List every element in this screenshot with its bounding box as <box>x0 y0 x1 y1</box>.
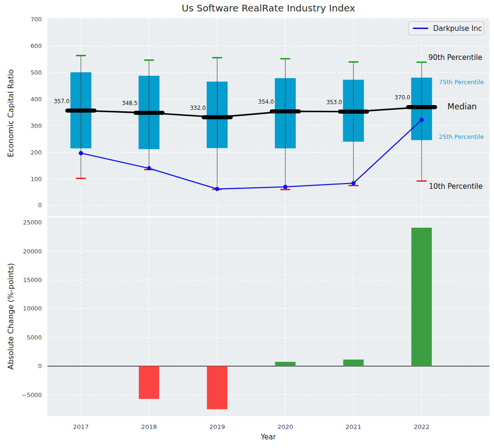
legend-label: Darkpulse Inc <box>433 24 482 33</box>
x-tick-label: 2022 <box>414 423 429 430</box>
y-tick-label: 15000 <box>23 276 42 283</box>
darkpulse-point-2021 <box>351 181 356 185</box>
y-tick-label: 5000 <box>27 334 42 341</box>
darkpulse-point-2018 <box>147 166 151 170</box>
legend: Darkpulse Inc <box>408 21 484 35</box>
bar-2020 <box>275 362 296 366</box>
figure: 0100200300400500600700357.0348.5332.0354… <box>0 0 494 448</box>
y-tick-label: −5000 <box>22 391 42 399</box>
label-90th-percentile: 90th Percentile <box>428 53 482 62</box>
bar-2021 <box>343 360 364 366</box>
y-tick-label: 200 <box>30 149 42 156</box>
y-tick-label: 25000 <box>23 219 42 226</box>
x-tick-label: 2019 <box>209 423 225 430</box>
y-tick-label: 20000 <box>23 248 42 255</box>
darkpulse-point-2019 <box>215 187 219 191</box>
y-tick-label: 100 <box>30 175 42 183</box>
median-value-label-2019: 332.0 <box>190 105 206 111</box>
industry-index-chart: 0100200300400500600700357.0348.5332.0354… <box>30 16 489 216</box>
darkpulse-point-2020 <box>283 185 288 189</box>
y-tick-label: 600 <box>30 42 42 49</box>
darkpulse-point-2017 <box>79 151 83 155</box>
y-tick-label: 700 <box>30 16 42 23</box>
page-title: Us Software RealRate Industry Index <box>47 2 490 14</box>
x-tick-label: 2021 <box>346 423 361 430</box>
median-value-label-2020: 354.0 <box>258 98 274 105</box>
y-tick-label: 500 <box>30 69 42 76</box>
median-value-label-2022: 370.0 <box>395 94 410 101</box>
y-tick-label: 0 <box>38 202 42 209</box>
bar-2022 <box>411 228 432 366</box>
y-axis-label-top: Economic Capital Ratio <box>6 69 15 157</box>
label-10th-percentile: 10th Percentile <box>429 182 483 191</box>
label-75th-percentile: 75th Percentile <box>439 78 484 86</box>
darkpulse-point-2022 <box>419 118 424 122</box>
x-axis-label: Year <box>47 433 490 441</box>
y-tick-label: 0 <box>38 362 42 370</box>
x-tick-label: 2017 <box>73 423 89 430</box>
y-tick-label: 400 <box>30 96 42 103</box>
y-axis-label-bottom: Absolute Change (%-points) <box>6 263 15 370</box>
x-tick-label: 2018 <box>141 423 157 430</box>
label-median: Median <box>447 102 477 111</box>
label-25th-percentile: 25th Percentile <box>439 133 484 140</box>
y-tick-label: 10000 <box>23 305 42 312</box>
bar-2018 <box>139 366 159 399</box>
chart-canvas: 0100200300400500600700357.0348.5332.0354… <box>0 0 494 448</box>
median-value-label-2021: 353.0 <box>326 99 342 106</box>
y-tick-label: 300 <box>30 122 42 129</box>
bar-2019 <box>207 366 227 409</box>
median-value-label-2017: 357.0 <box>54 98 69 105</box>
x-tick-label: 2020 <box>278 423 293 430</box>
absolute-change-chart: −500005000100001500020000250002017201820… <box>22 217 490 430</box>
legend-line-swatch <box>413 28 428 29</box>
median-value-label-2018: 348.5 <box>122 100 137 107</box>
